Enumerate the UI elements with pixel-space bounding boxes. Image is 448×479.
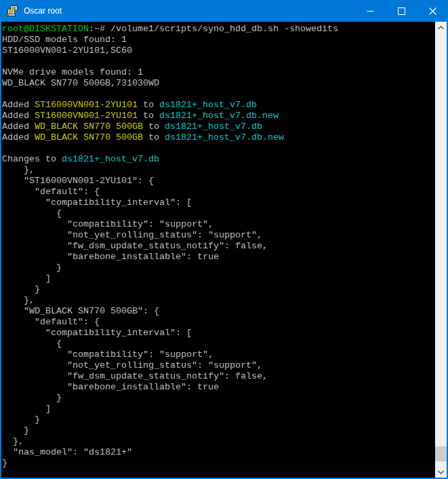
terminal-text-segment: } (2, 425, 29, 436)
terminal-text-segment: } (2, 415, 40, 425)
terminal-line: "ST16000VN001-2YU101": { (2, 176, 435, 187)
terminal-text-segment: ] (2, 404, 51, 414)
terminal-text-segment: }, (2, 165, 35, 175)
titlebar[interactable]: Oscar root (0, 0, 448, 22)
terminal-text-segment: "compatibility": "support", (2, 349, 213, 360)
terminal-text-segment: ST16000VN001-2YU101 (35, 100, 138, 110)
terminal-text-segment: ds1821+_host_v7.db.new (165, 132, 284, 142)
close-icon (429, 7, 436, 15)
terminal-line: } (2, 263, 435, 273)
terminal-text-segment: ds1821+_host_v7.db (165, 121, 262, 132)
terminal-text-segment: Added (2, 100, 35, 110)
terminal-line: root@DISKSTATION:~# /volume1/scripts/syn… (2, 24, 435, 35)
terminal-text-segment: "not_yet_rolling_status": "support", (2, 230, 262, 240)
terminal-text-segment: } (2, 393, 62, 403)
terminal-text-segment: to (143, 121, 165, 132)
terminal-text-segment: "WD_BLACK SN770 500GB": { (2, 306, 159, 316)
terminal-line: "fw_dsm_update_status_notify": false, (2, 371, 435, 382)
terminal-line: ] (2, 404, 435, 415)
terminal-line: WD_BLACK SN770 500GB,731030WD (2, 78, 435, 89)
terminal-line: NVMe drive models found: 1 (2, 67, 435, 78)
terminal-line: }, (2, 436, 435, 447)
terminal-text-segment: "barebone_installable": true (2, 252, 219, 262)
terminal-line: "default": { (2, 317, 435, 328)
terminal-text-segment: { (2, 339, 62, 349)
terminal-line: } (2, 458, 435, 469)
maximize-icon (398, 7, 405, 15)
terminal-text-segment: }, (2, 295, 35, 305)
terminal-line: "compatibility_interval": [ (2, 197, 435, 208)
terminal-line: Added ST16000VN001-2YU101 to ds1821+_hos… (2, 100, 435, 111)
terminal-text-segment: "not_yet_rolling_status": "support", (2, 360, 262, 370)
terminal-text-segment: "barebone_installable": true (2, 382, 219, 392)
terminal-line: }, (2, 295, 435, 306)
maximize-button[interactable] (386, 0, 417, 22)
terminal-line: } (2, 393, 435, 404)
terminal-text-segment: "fw_dsm_update_status_notify": false, (2, 241, 268, 251)
close-button[interactable] (417, 0, 448, 22)
terminal[interactable]: root@DISKSTATION:~# /volume1/scripts/syn… (0, 22, 448, 479)
terminal-text-segment: "default": { (2, 317, 100, 327)
terminal-line: Added WD_BLACK SN770 500GB to ds1821+_ho… (2, 121, 435, 132)
terminal-line (2, 89, 435, 100)
terminal-text-segment: }, (2, 436, 24, 446)
terminal-line: Changes to ds1821+_host_v7.db (2, 154, 435, 165)
putty-app-icon (6, 5, 18, 17)
terminal-line: { (2, 208, 435, 219)
scroll-up-button[interactable] (435, 22, 447, 33)
terminal-line: "compatibility_interval": [ (2, 328, 435, 339)
window-controls (354, 0, 448, 22)
chevron-down-icon (438, 470, 444, 474)
terminal-line: }, (2, 165, 435, 176)
terminal-output: root@DISKSTATION:~# /volume1/scripts/syn… (2, 24, 435, 478)
terminal-text-segment: } (2, 458, 7, 468)
terminal-line: "nas_model": "ds1821+" (2, 447, 435, 458)
terminal-text-segment: "default": { (2, 187, 100, 197)
window-title: Oscar root (24, 6, 62, 16)
terminal-line (2, 143, 435, 154)
putty-window: Oscar root root@DISKSTATION:~# /volume1 (0, 0, 448, 479)
scrollbar-thumb[interactable] (435, 446, 447, 461)
terminal-text-segment: WD_BLACK SN770 500GB (35, 121, 143, 132)
terminal-line: "compatibility": "support", (2, 219, 435, 230)
terminal-text-segment: { (2, 208, 62, 218)
terminal-text-segment: root@DISKSTATION (2, 24, 89, 34)
terminal-text-segment: "ST16000VN001-2YU101": { (2, 176, 154, 186)
terminal-text-segment: ST16000VN001-2YU101 (35, 111, 138, 121)
terminal-line: "barebone_installable": true (2, 252, 435, 263)
terminal-text-segment: ds1821+_host_v7.db.new (159, 111, 279, 121)
terminal-text-segment: Added (2, 121, 35, 132)
terminal-line: { (2, 339, 435, 349)
terminal-line: ] (2, 273, 435, 284)
terminal-text-segment: "fw_dsm_update_status_notify": false, (2, 371, 268, 381)
terminal-line: "fw_dsm_update_status_notify": false, (2, 241, 435, 252)
terminal-line: "not_yet_rolling_status": "support", (2, 360, 435, 371)
terminal-text-segment: to (138, 100, 159, 110)
terminal-text-segment: } (2, 263, 62, 273)
terminal-text-segment: ] (2, 273, 51, 284)
scroll-down-button[interactable] (435, 466, 447, 478)
chevron-up-icon (438, 26, 444, 30)
minimize-icon (367, 7, 374, 15)
terminal-text-segment: "compatibility": "support", (2, 219, 213, 229)
terminal-line: "WD_BLACK SN770 500GB": { (2, 306, 435, 317)
terminal-text-segment: to (143, 132, 165, 142)
terminal-line: Added ST16000VN001-2YU101 to ds1821+_hos… (2, 111, 435, 121)
minimize-button[interactable] (354, 0, 386, 22)
terminal-text-segment: Changes to (2, 154, 62, 164)
terminal-line: ST16000VN001-2YU101,SC60 (2, 45, 435, 56)
terminal-line: } (2, 284, 435, 295)
terminal-text-segment: "nas_model": "ds1821+" (2, 447, 132, 457)
terminal-line: } (2, 415, 435, 425)
terminal-text-segment: "compatibility_interval": [ (2, 197, 192, 208)
terminal-text-segment: NVMe drive models found: 1 (2, 67, 143, 77)
scrollbar[interactable] (435, 22, 447, 478)
terminal-line: HDD/SSD models found: 1 (2, 35, 435, 45)
terminal-text-segment: Added (2, 132, 35, 142)
terminal-text-segment: ST16000VN001-2YU101,SC60 (2, 45, 132, 56)
terminal-text-segment: WD_BLACK SN770 500GB (35, 132, 143, 142)
terminal-text-segment: ds1821+_host_v7.db (62, 154, 159, 164)
terminal-text-segment: HDD/SSD models found: 1 (2, 35, 127, 45)
terminal-line: "not_yet_rolling_status": "support", (2, 230, 435, 241)
terminal-text-segment: to (138, 111, 159, 121)
